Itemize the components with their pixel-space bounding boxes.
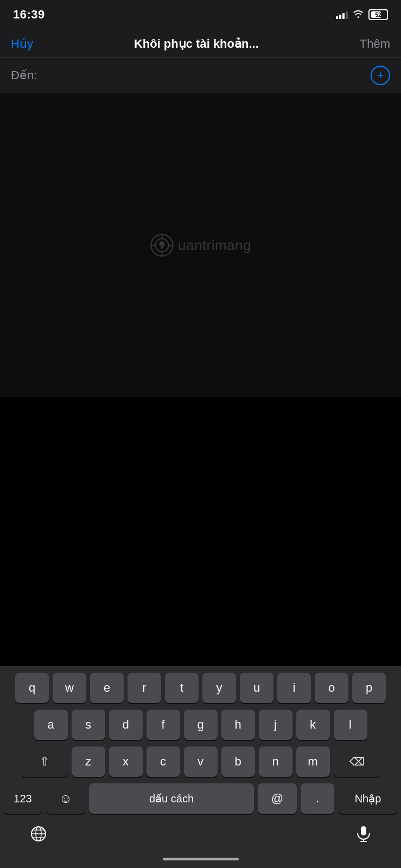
nav-header: Hủy Khôi phục tài khoản... Thêm bbox=[0, 29, 401, 58]
keyboard-row-1: q w e r t y u i o p bbox=[3, 673, 398, 703]
keyboard-row-3: ⇧ z x c v b n m ⌫ bbox=[3, 746, 398, 777]
key-s[interactable]: s bbox=[72, 710, 105, 740]
keyboard-row-2: a s d f g h j k l bbox=[3, 710, 398, 740]
status-icons: 52 bbox=[336, 9, 388, 21]
key-q[interactable]: q bbox=[15, 673, 49, 703]
key-e[interactable]: e bbox=[90, 673, 124, 703]
key-d[interactable]: d bbox=[109, 710, 143, 740]
wifi-icon bbox=[352, 9, 364, 21]
svg-rect-7 bbox=[160, 247, 163, 248]
key-v[interactable]: v bbox=[184, 746, 218, 777]
key-u[interactable]: u bbox=[240, 673, 273, 703]
add-button: Thêm bbox=[360, 37, 390, 51]
keyboard-row-4: 123 ☺ dấu cách @ . Nhập bbox=[3, 783, 398, 814]
delete-key[interactable]: ⌫ bbox=[334, 746, 380, 777]
signal-icon bbox=[336, 10, 348, 19]
svg-point-6 bbox=[159, 241, 164, 247]
battery-indicator: 52 bbox=[368, 9, 388, 20]
emoji-key[interactable]: ☺ bbox=[46, 783, 85, 814]
plus-icon: + bbox=[377, 69, 384, 81]
watermark-text: uantrimang bbox=[178, 237, 251, 254]
space-key[interactable]: dấu cách bbox=[89, 783, 254, 814]
mic-icon[interactable] bbox=[357, 826, 371, 846]
key-a[interactable]: a bbox=[34, 710, 68, 740]
key-o[interactable]: o bbox=[315, 673, 348, 703]
home-bar bbox=[163, 858, 239, 860]
watermark-logo bbox=[150, 233, 174, 257]
add-recipient-button[interactable]: + bbox=[371, 66, 390, 85]
watermark: uantrimang bbox=[150, 233, 251, 257]
home-indicator bbox=[3, 853, 398, 868]
return-key[interactable]: Nhập bbox=[338, 783, 398, 814]
status-time: 16:39 bbox=[13, 8, 45, 22]
num-key[interactable]: 123 bbox=[3, 783, 42, 814]
to-label: Đến: bbox=[11, 68, 37, 82]
to-field: Đến: + bbox=[0, 58, 401, 93]
key-p[interactable]: p bbox=[352, 673, 386, 703]
key-h[interactable]: h bbox=[221, 710, 255, 740]
key-l[interactable]: l bbox=[334, 710, 367, 740]
key-t[interactable]: t bbox=[165, 673, 199, 703]
key-w[interactable]: w bbox=[53, 673, 86, 703]
key-b[interactable]: b bbox=[221, 746, 255, 777]
dot-key[interactable]: . bbox=[301, 783, 334, 814]
page-title: Khôi phục tài khoản... bbox=[134, 37, 259, 51]
keyboard-bottom-bar bbox=[3, 820, 398, 853]
key-r[interactable]: r bbox=[128, 673, 161, 703]
content-area: uantrimang bbox=[0, 93, 401, 397]
key-m[interactable]: m bbox=[296, 746, 330, 777]
status-bar: 16:39 52 bbox=[0, 0, 401, 29]
globe-icon[interactable] bbox=[30, 826, 47, 846]
key-k[interactable]: k bbox=[296, 710, 330, 740]
key-i[interactable]: i bbox=[277, 673, 311, 703]
key-j[interactable]: j bbox=[259, 710, 292, 740]
keyboard: q w e r t y u i o p a s d f g h j k l ⇧ … bbox=[0, 666, 401, 868]
shift-key[interactable]: ⇧ bbox=[21, 746, 68, 777]
cancel-button[interactable]: Hủy bbox=[11, 37, 33, 51]
key-x[interactable]: x bbox=[109, 746, 143, 777]
key-y[interactable]: y bbox=[202, 673, 236, 703]
svg-rect-13 bbox=[361, 826, 366, 835]
key-z[interactable]: z bbox=[72, 746, 105, 777]
at-key[interactable]: @ bbox=[258, 783, 297, 814]
key-f[interactable]: f bbox=[147, 710, 180, 740]
key-n[interactable]: n bbox=[259, 746, 292, 777]
key-g[interactable]: g bbox=[184, 710, 218, 740]
key-c[interactable]: c bbox=[147, 746, 180, 777]
